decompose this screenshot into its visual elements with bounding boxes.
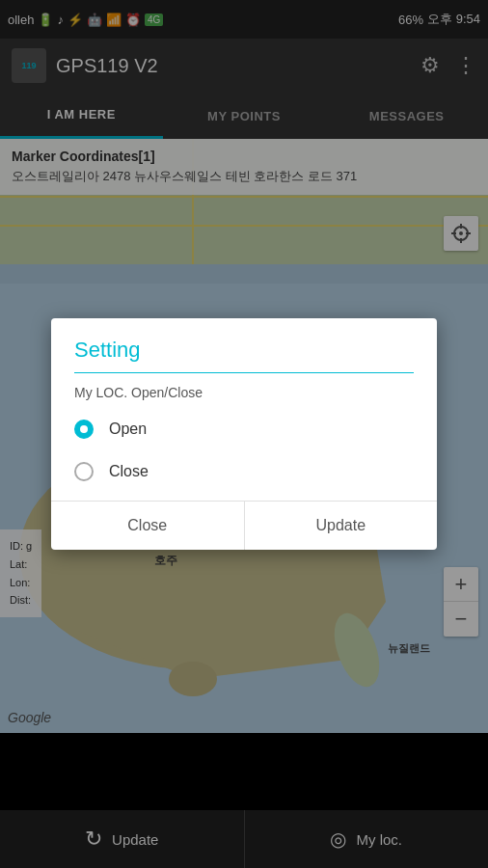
radio-close[interactable] (74, 462, 94, 481)
dialog-update-button[interactable]: Update (245, 502, 438, 550)
option-open[interactable]: Open (51, 408, 437, 450)
dialog-subtitle: My LOC. Open/Close (51, 373, 437, 408)
radio-open[interactable] (74, 420, 94, 439)
dialog-buttons: Close Update (51, 501, 437, 550)
option-open-label: Open (109, 420, 147, 438)
option-close-label: Close (109, 463, 149, 480)
dialog-overlay: Setting My LOC. Open/Close Open Close Cl… (0, 0, 488, 868)
setting-dialog: Setting My LOC. Open/Close Open Close Cl… (51, 318, 437, 550)
dialog-title: Setting (51, 318, 437, 372)
dialog-close-button[interactable]: Close (51, 502, 245, 550)
option-close[interactable]: Close (51, 450, 437, 493)
